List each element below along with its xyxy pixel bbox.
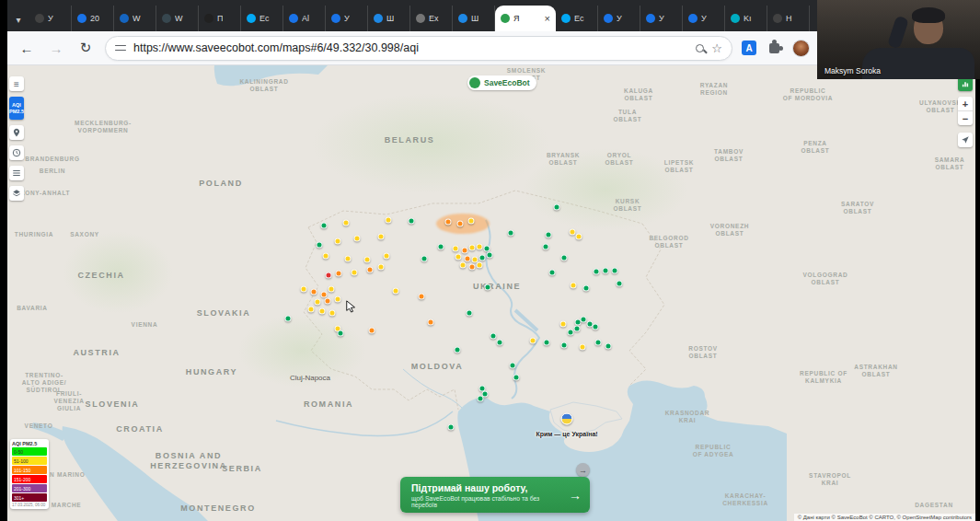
station-marker[interactable]	[571, 283, 577, 289]
station-marker[interactable]	[329, 286, 335, 293]
station-marker[interactable]	[469, 245, 476, 251]
browser-tab[interactable]: Kı	[725, 6, 767, 31]
station-marker[interactable]	[455, 347, 461, 353]
station-marker[interactable]	[530, 338, 536, 344]
station-marker[interactable]	[546, 232, 552, 238]
station-marker[interactable]	[467, 310, 473, 317]
station-marker[interactable]	[421, 256, 428, 262]
station-marker[interactable]	[543, 244, 549, 250]
station-marker[interactable]	[478, 396, 484, 402]
station-marker[interactable]	[508, 230, 514, 237]
site-settings-icon[interactable]	[115, 43, 126, 53]
station-marker[interactable]	[319, 308, 326, 315]
station-marker[interactable]	[568, 330, 574, 336]
station-marker[interactable]	[513, 375, 520, 381]
browser-tab[interactable]: Ec	[241, 6, 283, 31]
station-marker[interactable]	[343, 220, 350, 226]
station-marker[interactable]	[549, 270, 556, 276]
station-marker[interactable]	[335, 296, 341, 303]
station-marker[interactable]	[580, 344, 586, 351]
station-marker[interactable]	[428, 319, 434, 326]
layers-button[interactable]	[9, 186, 24, 201]
station-marker[interactable]	[329, 310, 336, 317]
station-marker[interactable]	[593, 324, 599, 330]
station-marker[interactable]	[367, 267, 374, 273]
browser-tab[interactable]: 20	[72, 6, 114, 31]
profile-avatar[interactable]	[792, 40, 810, 57]
station-marker[interactable]	[338, 330, 344, 337]
donation-banner[interactable]: Підтримай нашу роботу, щоб SaveEcoBot пр…	[400, 477, 590, 513]
banner-arrow-icon[interactable]: →	[569, 488, 582, 503]
station-marker[interactable]	[490, 333, 497, 340]
station-marker[interactable]	[510, 363, 516, 369]
station-marker[interactable]	[448, 424, 455, 431]
browser-tab[interactable]: У	[598, 6, 640, 31]
station-marker[interactable]	[438, 244, 444, 250]
station-marker[interactable]	[378, 234, 385, 240]
station-marker[interactable]	[460, 262, 467, 269]
station-marker[interactable]	[336, 271, 342, 277]
station-marker[interactable]	[612, 268, 618, 274]
station-marker[interactable]	[315, 299, 321, 306]
translate-icon[interactable]: A	[742, 41, 756, 55]
station-marker[interactable]	[453, 246, 459, 252]
station-marker[interactable]	[457, 221, 464, 227]
station-marker[interactable]	[576, 234, 582, 240]
browser-tab[interactable]: H	[767, 6, 810, 31]
station-marker[interactable]	[335, 238, 341, 245]
station-marker[interactable]	[570, 229, 576, 236]
station-marker[interactable]	[462, 248, 468, 254]
station-marker[interactable]	[465, 256, 471, 262]
station-marker[interactable]	[354, 236, 361, 242]
station-marker[interactable]	[574, 326, 581, 332]
saveecobot-logo[interactable]: SaveEcoBot	[467, 75, 536, 90]
station-marker[interactable]	[544, 340, 550, 346]
station-marker[interactable]	[323, 253, 329, 260]
markers-button[interactable]	[9, 125, 24, 140]
station-marker[interactable]	[364, 257, 371, 263]
back-button[interactable]: ←	[17, 38, 37, 58]
station-marker[interactable]	[583, 285, 590, 292]
browser-tab[interactable]: У	[29, 6, 72, 31]
crimea-flag-marker[interactable]	[561, 413, 573, 425]
aqi-layer-button[interactable]: AQI PM2.5	[9, 97, 24, 120]
station-marker[interactable]	[479, 255, 486, 261]
station-marker[interactable]	[311, 289, 317, 295]
browser-tab[interactable]: Al	[283, 6, 326, 31]
browser-tab[interactable]: Ex	[410, 6, 453, 31]
station-marker[interactable]	[386, 217, 392, 224]
reload-button[interactable]: ↻	[75, 38, 96, 58]
station-marker[interactable]	[603, 268, 609, 274]
station-marker[interactable]	[369, 328, 375, 334]
bookmark-star-icon[interactable]: ☆	[711, 41, 722, 55]
station-marker[interactable]	[561, 342, 568, 349]
browser-tab[interactable]: Я×	[495, 6, 556, 31]
extensions-icon[interactable]	[769, 43, 779, 53]
station-marker[interactable]	[409, 218, 415, 225]
list-button[interactable]	[9, 166, 24, 180]
station-marker[interactable]	[487, 252, 493, 259]
station-marker[interactable]	[497, 340, 503, 346]
history-button[interactable]	[9, 145, 24, 160]
forward-button[interactable]: →	[46, 38, 66, 58]
station-marker[interactable]	[595, 340, 602, 346]
browser-tab[interactable]: W	[114, 6, 156, 31]
station-marker[interactable]	[378, 264, 385, 271]
station-marker[interactable]	[617, 281, 623, 287]
station-marker[interactable]	[325, 298, 331, 305]
station-marker[interactable]	[321, 292, 328, 298]
station-marker[interactable]	[554, 204, 560, 211]
station-marker[interactable]	[560, 321, 567, 328]
station-marker[interactable]	[468, 218, 475, 225]
station-marker[interactable]	[352, 270, 358, 276]
zoom-search-icon[interactable]	[696, 44, 704, 52]
station-marker[interactable]	[485, 284, 491, 291]
zoom-out-button[interactable]: −	[958, 111, 973, 125]
browser-tab[interactable]: У	[326, 6, 368, 31]
browser-tab[interactable]: Ш	[453, 6, 495, 31]
station-marker[interactable]	[345, 256, 352, 262]
station-marker[interactable]	[384, 253, 390, 260]
browser-tab[interactable]: W	[156, 6, 199, 31]
station-marker[interactable]	[605, 343, 612, 350]
station-marker[interactable]	[321, 223, 328, 229]
